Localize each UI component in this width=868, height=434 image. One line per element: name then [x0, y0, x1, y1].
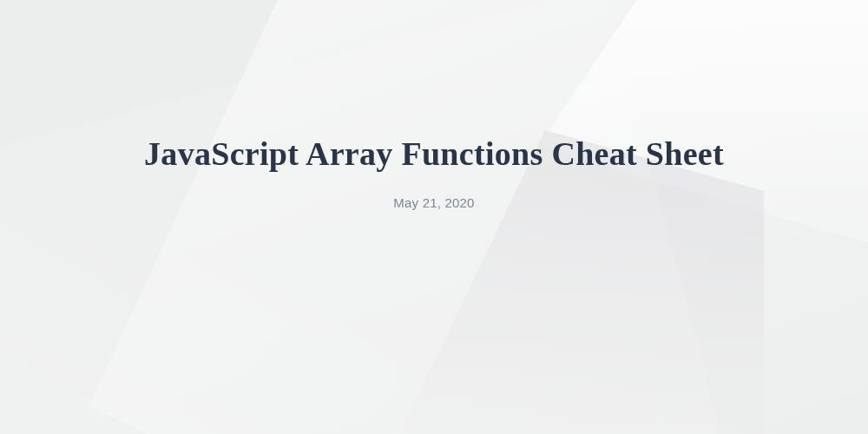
publish-date: May 21, 2020: [393, 195, 474, 210]
page-title: JavaScript Array Functions Cheat Sheet: [144, 135, 724, 173]
header-content: JavaScript Array Functions Cheat Sheet M…: [0, 0, 868, 434]
